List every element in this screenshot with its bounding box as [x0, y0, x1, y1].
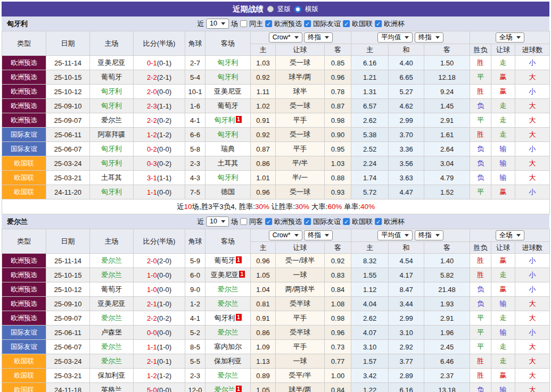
bookmaker-select[interactable]: Crow* — [269, 32, 302, 43]
avg-away-odds: 3.04 — [424, 156, 470, 171]
hcp-away-odds: 0.90 — [325, 128, 351, 142]
th-avg-draw: 和 — [389, 44, 424, 56]
handicap-result: 走 — [491, 128, 515, 142]
friendly-checkbox[interactable] — [304, 218, 311, 225]
th-home: 主场 — [90, 229, 134, 254]
half-time-score: (0-0) — [157, 286, 171, 294]
score-cell: 0-1(0-1) — [134, 56, 185, 70]
th-handicap-result: 让球 — [491, 44, 515, 56]
games-count-select[interactable]: 10 — [206, 19, 229, 29]
away-team-name: 德国 — [221, 188, 235, 196]
friendly-checkbox[interactable] — [304, 20, 311, 27]
match-date: 25-11-14 — [46, 254, 90, 268]
avg-away-odds: 1.45 — [424, 99, 470, 113]
th-hcp-away: 客 — [325, 44, 351, 56]
matches-table: 类型 日期 主场 比分(半场) 角球 客场 Crow* 终指 平均值 终指 全场 — [2, 31, 550, 214]
avg-home-odds: 5.38 — [351, 128, 389, 142]
handicap-result: 赢 — [491, 369, 515, 383]
filter-bar: 匈牙利 近 10 场 同主 欧洲预选 国际友谊 欧国联 欧洲杯 — [2, 16, 549, 31]
match-date: 25-06-07 — [46, 142, 90, 156]
avg-away-odds: 12.18 — [424, 70, 470, 85]
home-team-name: 土耳其 — [101, 173, 122, 181]
red-card-badge: 1 — [236, 116, 242, 123]
nations-league-label: 欧国联 — [352, 19, 373, 29]
match-row: 欧国联25-03-21土耳其3-1(1-1)4-3匈牙利1.01半/一0.881… — [2, 171, 550, 185]
matches-table: 类型 日期 主场 比分(半场) 角球 客场 Crow* 终指 平均值 终指 全场 — [2, 229, 550, 392]
final-odds-select[interactable]: 终指 — [415, 230, 443, 240]
red-card-badge: 1 — [236, 314, 242, 321]
vertical-layout-radio[interactable] — [267, 6, 274, 12]
handicap-odds-group: Crow* 终指 — [251, 229, 351, 242]
euro-qualifier-checkbox[interactable] — [265, 218, 272, 225]
final-odds-select[interactable]: 终指 — [415, 32, 443, 43]
home-team-name: 爱尔兰 — [101, 357, 122, 365]
bookmaker-select[interactable]: Crow* — [269, 230, 302, 240]
avg-away-odds: 1.96 — [424, 326, 470, 340]
away-team-name: 匈牙利 — [218, 59, 239, 66]
th-goals-result: 进球数 — [515, 44, 550, 56]
away-team-cell: 保加利亚 — [205, 354, 251, 369]
full-time-score: 2-2 — [147, 314, 157, 322]
horizontal-layout-radio[interactable] — [294, 6, 301, 13]
euro-qualifier-checkbox[interactable] — [265, 20, 272, 27]
euro-cup-checkbox[interactable] — [375, 218, 382, 225]
competition-type-badge: 国际友谊 — [2, 326, 46, 340]
goals-result: 小 — [515, 85, 550, 99]
summary-segment: 单率: — [342, 203, 361, 211]
score-cell: 2-1(1-0) — [134, 297, 185, 311]
match-date: 25-09-07 — [46, 113, 90, 128]
avg-home-odds: 8.32 — [351, 254, 389, 268]
half-time-score: (2-0) — [157, 257, 171, 265]
half-time-score: (0-0) — [157, 271, 171, 279]
friendly-label: 国际友谊 — [313, 19, 341, 29]
average-select[interactable]: 平均值 — [377, 230, 413, 240]
corner-count: 5-9 — [185, 254, 205, 268]
euro-cup-checkbox[interactable] — [375, 20, 382, 27]
final-odds-select[interactable]: 终指 — [304, 32, 333, 43]
same-home-checkbox[interactable] — [240, 20, 247, 27]
hcp-home-odds: 1.01 — [251, 171, 276, 185]
competition-type-badge: 国际友谊 — [2, 340, 46, 354]
score-cell: 2-3(1-1) — [134, 99, 185, 113]
match-date: 25-09-10 — [46, 297, 90, 311]
bookmaker-value: Crow* — [273, 231, 291, 239]
full-match-select[interactable]: 全场 — [496, 32, 524, 43]
hcp-line: 半/一 — [276, 171, 325, 185]
goals-result: 大 — [515, 99, 550, 113]
hcp-home-odds: 0.87 — [251, 142, 276, 156]
home-team-name: 匈牙利 — [101, 87, 122, 95]
away-team-cell: 爱尔兰 — [205, 297, 251, 311]
same-away-checkbox[interactable] — [240, 218, 247, 225]
games-count-select[interactable]: 10 — [206, 216, 229, 227]
match-row: 欧洲预选25-09-07爱尔兰2-2(0-2)4-1匈牙利10.91平手0.98… — [2, 311, 550, 326]
corner-count: 8-5 — [185, 340, 205, 354]
win-lose-result: 胜 — [470, 85, 491, 99]
match-date: 25-03-21 — [46, 171, 90, 185]
handicap-result: 赢 — [491, 85, 515, 99]
hcp-home-odds: 0.89 — [251, 369, 276, 383]
corner-count: 4-3 — [185, 171, 205, 185]
summary-segment: 场,胜3平3负4, 胜率: — [192, 203, 255, 211]
nations-league-checkbox[interactable] — [343, 218, 350, 225]
average-select[interactable]: 平均值 — [377, 32, 413, 43]
full-time-score: 2-1 — [147, 300, 157, 308]
hcp-home-odds: 0.86 — [251, 326, 276, 340]
score-cell: 2-1(0-1) — [134, 354, 185, 369]
away-team-name: 亚美尼亚 — [214, 87, 242, 95]
match-row: 欧洲预选25-09-10匈牙利2-3(1-1)1-6葡萄牙1.02受一球0.87… — [2, 99, 550, 113]
hcp-line: 受半球 — [276, 297, 325, 311]
competition-type-badge: 欧洲预选 — [2, 113, 46, 128]
match-date: 25-11-14 — [46, 56, 90, 70]
th-date: 日期 — [46, 229, 90, 254]
home-team-name: 匈牙利 — [101, 159, 122, 167]
full-match-select[interactable]: 全场 — [496, 230, 524, 240]
filter-controls: 近 10 场 同客 欧洲预选 国际友谊 欧国联 欧洲杯 — [197, 216, 405, 227]
match-row: 欧洲预选25-11-14爱尔兰2-0(2-0)5-9葡萄牙10.96受一/球半0… — [2, 254, 550, 268]
final-odds-select[interactable]: 终指 — [304, 230, 333, 240]
nations-league-checkbox[interactable] — [343, 20, 350, 27]
score-cell: 0-2(0-0) — [134, 142, 185, 156]
match-row: 欧洲预选25-10-12葡萄牙1-0(0-0)9-0爱尔兰1.04两/两球半0.… — [2, 282, 550, 297]
win-lose-result: 胜 — [470, 128, 491, 142]
summary-segment: 大率: — [309, 203, 328, 211]
half-time-score: (1-1) — [157, 102, 171, 110]
